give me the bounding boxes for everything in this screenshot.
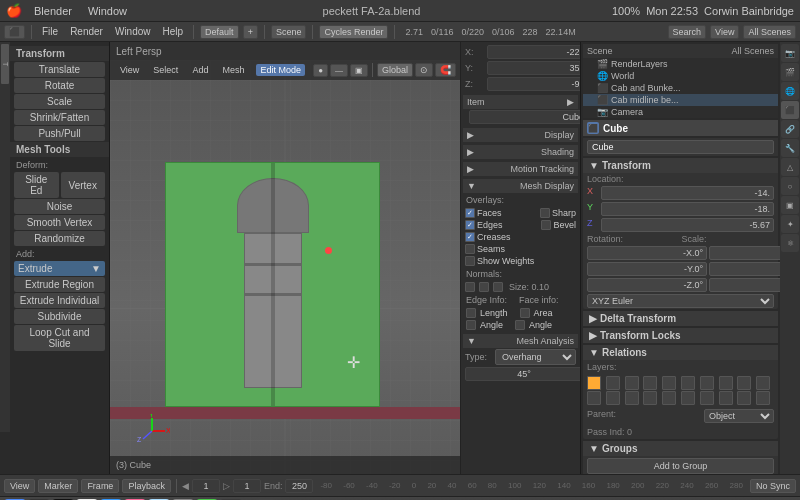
layer-13[interactable]: [625, 391, 639, 405]
view-tab[interactable]: View: [710, 25, 739, 39]
frame-btn[interactable]: Frame: [81, 479, 119, 493]
window-menu[interactable]: Window: [84, 5, 131, 17]
layer-6[interactable]: [681, 376, 695, 390]
groups-header[interactable]: ▼ Groups: [583, 441, 778, 456]
shading-section-title[interactable]: ▶ Shading: [463, 145, 578, 159]
scene-props-tab[interactable]: 🎬: [781, 63, 799, 81]
scale-btn[interactable]: Scale: [14, 94, 105, 109]
all-scenes-btn[interactable]: All Scenes: [743, 25, 796, 39]
loop-normals-checkbox[interactable]: [479, 282, 489, 292]
scene-tree-item-camera[interactable]: 📷 Camera: [583, 106, 778, 118]
transform-locks-header[interactable]: ▶ Transform Locks: [583, 328, 778, 343]
view-bottom-btn[interactable]: View: [4, 479, 35, 493]
angle1-checkbox[interactable]: [466, 320, 476, 330]
item-name-input[interactable]: [469, 110, 580, 124]
vert-normals-checkbox[interactable]: [465, 282, 475, 292]
mesh-menu[interactable]: Mesh: [216, 64, 250, 76]
extrude-individual-btn[interactable]: Extrude Individual: [14, 293, 105, 308]
x-input[interactable]: [487, 45, 580, 59]
render-engine-btn[interactable]: Cycles Render: [319, 25, 388, 39]
parent-select[interactable]: Object: [704, 409, 774, 423]
world-props-tab[interactable]: 🌐: [781, 82, 799, 100]
texture-tab[interactable]: ▣: [781, 196, 799, 214]
transform-props-header[interactable]: ▼ Transform: [583, 158, 778, 173]
seams-checkbox[interactable]: [465, 244, 475, 254]
delta-transform-header[interactable]: ▶ Delta Transform: [583, 311, 778, 326]
layer-18[interactable]: [719, 391, 733, 405]
render-menu[interactable]: Render: [66, 26, 107, 37]
rotate-btn[interactable]: Rotate: [14, 78, 105, 93]
edge-select-btn[interactable]: —: [330, 64, 348, 77]
apple-icon[interactable]: 🍎: [6, 3, 22, 18]
object-props-tab[interactable]: ⬛: [781, 101, 799, 119]
global-btn[interactable]: Global: [377, 63, 413, 77]
location-y-input[interactable]: [601, 202, 774, 216]
view-menu[interactable]: View: [114, 64, 145, 76]
file-menu[interactable]: File: [38, 26, 62, 37]
layer-14[interactable]: [643, 391, 657, 405]
material-tab[interactable]: ○: [781, 177, 799, 195]
loop-cut-btn[interactable]: Loop Cut and Slide: [14, 325, 105, 351]
layer-5[interactable]: [662, 376, 676, 390]
layer-2[interactable]: [606, 376, 620, 390]
edit-mode-badge[interactable]: Edit Mode: [256, 64, 305, 76]
extrude-region-btn[interactable]: Extrude Region: [14, 277, 105, 292]
screen-layout-btn[interactable]: Default: [200, 25, 239, 39]
angle-value-input[interactable]: [465, 367, 580, 381]
scene-tree-item-cab1[interactable]: ⬛ Cab and Bunke...: [583, 82, 778, 94]
data-tab[interactable]: △: [781, 158, 799, 176]
motion-tracking-title[interactable]: ▶ Motion Tracking: [463, 162, 578, 176]
extrude-btn[interactable]: Extrude ▼: [14, 261, 105, 276]
shrink-flatten-btn[interactable]: Shrink/Fatten: [14, 110, 105, 125]
layer-11[interactable]: [587, 391, 601, 405]
relations-header[interactable]: ▼ Relations: [583, 345, 778, 360]
scale-x-input[interactable]: [709, 246, 780, 260]
mesh-analysis-title[interactable]: ▼ Mesh Analysis: [463, 334, 578, 348]
current-frame-input[interactable]: [233, 479, 261, 493]
new-file-btn[interactable]: ⬛: [4, 25, 25, 39]
face-select-btn[interactable]: ▣: [350, 64, 368, 77]
frame-start-input[interactable]: [192, 479, 220, 493]
rotation-mode-select[interactable]: XYZ Euler: [587, 294, 774, 308]
location-z-input[interactable]: [601, 218, 774, 232]
3d-viewport[interactable]: Left Persp View Select Add Mesh Edit Mod…: [110, 42, 460, 474]
rotation-x-input[interactable]: [587, 246, 707, 260]
particles-tab[interactable]: ✦: [781, 215, 799, 233]
scale-z-input[interactable]: [709, 278, 780, 292]
z-input[interactable]: [487, 77, 580, 91]
randomize-btn[interactable]: Randomize: [14, 231, 105, 246]
display-section-title[interactable]: ▶ Display: [463, 128, 578, 142]
add-to-group-btn[interactable]: Add to Group: [587, 458, 774, 474]
frame-end-input[interactable]: [285, 479, 313, 493]
scene-tree-item-renderlayers[interactable]: 🎬 RenderLayers: [583, 58, 778, 70]
translate-btn[interactable]: Translate: [14, 62, 105, 77]
render-props-tab[interactable]: 📷: [781, 44, 799, 62]
rotation-z-input[interactable]: [587, 278, 707, 292]
layer-15[interactable]: [662, 391, 676, 405]
layer-1[interactable]: [587, 376, 601, 390]
smooth-vertex-btn[interactable]: Smooth Vertex: [14, 215, 105, 230]
layer-4[interactable]: [643, 376, 657, 390]
bevel-checkbox[interactable]: [541, 220, 551, 230]
object-name-input[interactable]: [587, 140, 774, 154]
scene-tree-item-cab2[interactable]: ⬛ Cab midline be...: [583, 94, 778, 106]
scene-selector[interactable]: Scene: [271, 25, 307, 39]
vertex-btn[interactable]: Vertex: [61, 172, 106, 198]
proportional-btn[interactable]: ⊙: [415, 63, 433, 77]
modifiers-tab[interactable]: 🔧: [781, 139, 799, 157]
subdivide-btn[interactable]: Subdivide: [14, 309, 105, 324]
snap-btn[interactable]: 🧲: [435, 63, 456, 77]
y-input[interactable]: [487, 61, 580, 75]
search-btn[interactable]: Search: [668, 25, 707, 39]
angle2-checkbox[interactable]: [515, 320, 525, 330]
layer-19[interactable]: [737, 391, 751, 405]
physics-tab[interactable]: ⚛: [781, 234, 799, 252]
layer-10[interactable]: [756, 376, 770, 390]
creases-checkbox[interactable]: ✓: [465, 232, 475, 242]
slide-ed-btn[interactable]: Slide Ed: [14, 172, 59, 198]
add-menu[interactable]: Add: [186, 64, 214, 76]
help-menu[interactable]: Help: [159, 26, 188, 37]
select-menu[interactable]: Select: [147, 64, 184, 76]
push-pull-btn[interactable]: Push/Pull: [14, 126, 105, 141]
item-section-title[interactable]: Item ▶: [463, 95, 578, 109]
